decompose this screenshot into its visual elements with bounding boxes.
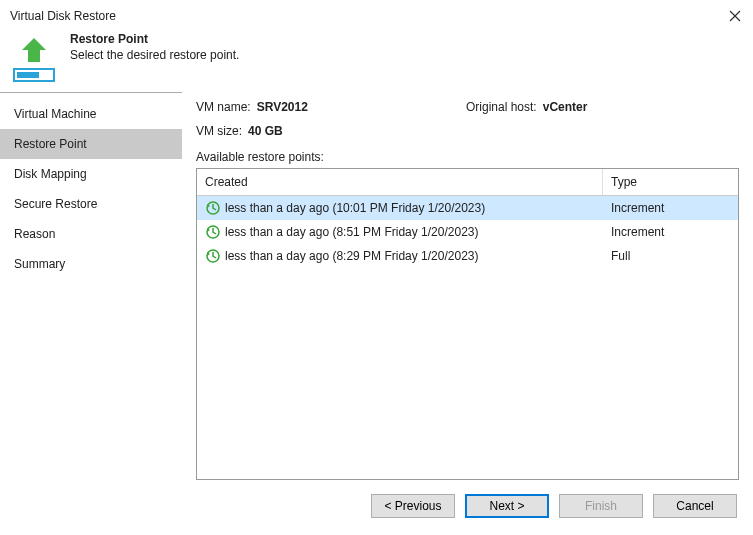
header: Restore Point Select the desired restore… [0,28,753,92]
column-header-created[interactable]: Created [197,169,603,195]
finish-button: Finish [559,494,643,518]
vm-size-label: VM size: [196,124,242,138]
sidebar-item-virtual-machine[interactable]: Virtual Machine [0,99,182,129]
next-button[interactable]: Next > [465,494,549,518]
grid-body: less than a day ago (10:01 PM Friday 1/2… [197,196,738,479]
restore-point-icon [205,200,221,216]
header-title: Restore Point [70,32,239,46]
sidebar-item-reason[interactable]: Reason [0,219,182,249]
sidebar-item-summary[interactable]: Summary [0,249,182,279]
restore-points-grid: Created Type less than a day ago (10:01 … [196,168,739,480]
cancel-button[interactable]: Cancel [653,494,737,518]
restore-arrow-icon [10,32,58,86]
sidebar-nav: Virtual Machine Restore Point Disk Mappi… [0,92,182,480]
sidebar-item-restore-point[interactable]: Restore Point [0,129,182,159]
available-restore-points-label: Available restore points: [196,150,739,164]
row-type: Increment [603,199,738,217]
vm-name-value: SRV2012 [257,100,308,114]
table-row[interactable]: less than a day ago (8:51 PM Friday 1/20… [197,220,738,244]
row-type: Full [603,247,738,265]
sidebar-item-secure-restore[interactable]: Secure Restore [0,189,182,219]
grid-header: Created Type [197,169,738,196]
row-created: less than a day ago (10:01 PM Friday 1/2… [225,201,485,215]
host-value: vCenter [543,100,588,114]
window-title: Virtual Disk Restore [10,9,116,23]
disk-icon [13,68,55,82]
restore-point-icon [205,248,221,264]
sidebar-item-disk-mapping[interactable]: Disk Mapping [0,159,182,189]
vm-size-value: 40 GB [248,124,283,138]
restore-point-icon [205,224,221,240]
table-row[interactable]: less than a day ago (10:01 PM Friday 1/2… [197,196,738,220]
host-label: Original host: [466,100,537,114]
previous-button[interactable]: < Previous [371,494,455,518]
row-created: less than a day ago (8:29 PM Friday 1/20… [225,249,478,263]
header-subtitle: Select the desired restore point. [70,48,239,62]
vm-name-label: VM name: [196,100,251,114]
column-header-type[interactable]: Type [603,169,738,195]
row-created: less than a day ago (8:51 PM Friday 1/20… [225,225,478,239]
main-panel: VM name: SRV2012 Original host: vCenter … [182,92,753,480]
close-icon[interactable] [727,8,743,24]
row-type: Increment [603,223,738,241]
table-row[interactable]: less than a day ago (8:29 PM Friday 1/20… [197,244,738,268]
wizard-footer: < Previous Next > Finish Cancel [0,480,753,532]
